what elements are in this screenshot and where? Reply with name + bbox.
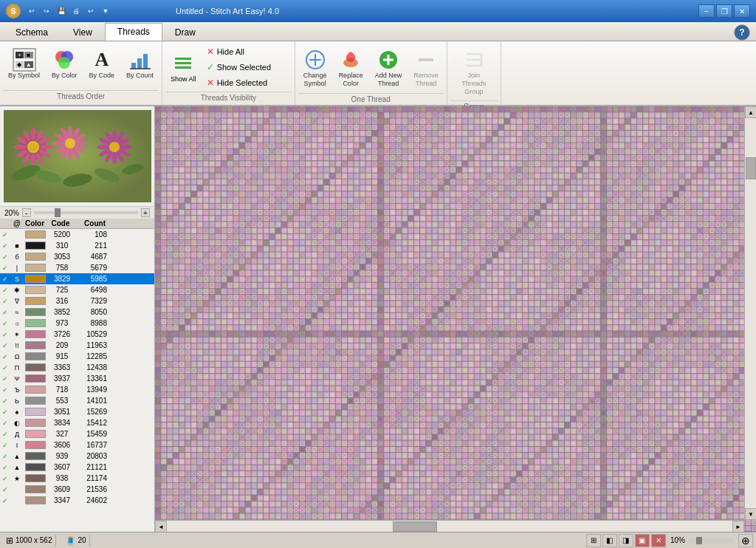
zoom-slider-thumb[interactable]	[55, 208, 61, 217]
hide-all-button[interactable]: ✕ Hide All	[203, 44, 292, 59]
scroll-up-button[interactable]: ▲	[745, 106, 756, 118]
thread-row[interactable]: ✓ ♠ 3051 15269	[0, 406, 154, 417]
zoom-slider[interactable]	[34, 211, 138, 214]
back-btn[interactable]: ↩	[84, 5, 97, 17]
dropdown-btn[interactable]: ▼	[99, 5, 112, 17]
scroll-track-horizontal[interactable]	[167, 521, 732, 532]
thread-count: 6498	[77, 286, 110, 294]
thread-color-swatch	[25, 430, 46, 438]
tab-view[interactable]: View	[61, 23, 105, 41]
view-btn-5[interactable]: ✕	[651, 534, 666, 547]
thread-row[interactable]: ✓ ≈ 3852 8050	[0, 306, 154, 318]
thread-count: 108	[77, 230, 110, 239]
scroll-track-vertical[interactable]	[745, 118, 756, 508]
thread-code: 3937	[47, 374, 77, 383]
scroll-down-button[interactable]: ▼	[745, 508, 756, 520]
thread-row[interactable]: ✓ 5200 108	[0, 229, 154, 240]
thread-color-swatch	[25, 485, 46, 493]
zoom-status-slider[interactable]	[690, 538, 734, 543]
scroll-left-button[interactable]: ◄	[155, 521, 167, 532]
thread-check: ✓	[0, 275, 10, 283]
undo-btn[interactable]: ↩	[25, 5, 38, 17]
show-all-button[interactable]: Show All	[165, 48, 202, 86]
tab-schema[interactable]: Schema	[3, 23, 61, 41]
by-count-label: By Count	[126, 72, 154, 80]
thread-row[interactable]: ✓ ☼ 973 8988	[0, 318, 154, 329]
thread-row[interactable]: ✓ Ω 915 12285	[0, 351, 154, 362]
thread-symbol: Ω	[10, 353, 24, 360]
thread-row[interactable]: ✓ ▲ 3607 21121	[0, 462, 154, 473]
close-button[interactable]: ✕	[734, 4, 750, 18]
thread-row[interactable]: ✓ ∇ 316 7329	[0, 295, 154, 306]
thread-row[interactable]: ✓ Д 327 15459	[0, 428, 154, 439]
thread-row[interactable]: ✓ 3347 24602	[0, 495, 154, 506]
bottom-scrollbar[interactable]: ◄ ►	[155, 520, 744, 532]
thread-code: 938	[47, 474, 77, 482]
by-symbol-label: By Symbol	[8, 72, 40, 80]
thread-code: 553	[47, 397, 77, 405]
by-code-button[interactable]: A By Code	[84, 44, 120, 83]
scroll-thumb-horizontal[interactable]	[393, 521, 437, 532]
thread-row[interactable]: ✓ !! 209 11963	[0, 340, 154, 351]
remove-thread-button[interactable]: Remove Thread	[408, 44, 444, 92]
right-scrollbar[interactable]: ▲ ▼	[744, 106, 756, 520]
threads-order-content: + ■ ◆ ▲ By Symbol By Color A	[3, 44, 159, 89]
thread-row[interactable]: ✓ Ь 553 14101	[0, 395, 154, 406]
zoom-plus-button[interactable]: +	[141, 208, 150, 217]
zoom-fit-button[interactable]: ⊕	[738, 534, 753, 547]
by-symbol-button[interactable]: + ■ ◆ ▲ By Symbol	[3, 44, 45, 83]
thread-check: ✓	[0, 397, 10, 405]
redo-btn[interactable]: ↪	[40, 5, 53, 17]
change-symbol-button[interactable]: Change Symbol	[298, 44, 332, 92]
thread-code: 3829	[47, 275, 77, 283]
add-new-thread-button[interactable]: Add New Thread	[370, 44, 408, 92]
thread-row[interactable]: ✓ I 3606 16737	[0, 439, 154, 451]
by-color-button[interactable]: By Color	[47, 44, 83, 83]
tab-threads[interactable]: Threads	[105, 23, 162, 41]
thread-row[interactable]: ✓ S 3829 5985	[0, 273, 154, 284]
replace-color-button[interactable]: Replace Color	[334, 44, 368, 92]
restore-button[interactable]: ❐	[716, 4, 732, 18]
save-btn[interactable]: 💾	[55, 5, 68, 17]
thread-row[interactable]: ✓ б 3053 4687	[0, 251, 154, 262]
thread-row[interactable]: ✓ 3609 21536	[0, 484, 154, 495]
thread-table-body[interactable]: ✓ 5200 108 ✓ ■ 310 211 ✓ б 3053 4687 ✓ |…	[0, 229, 154, 532]
zoom-minus-button[interactable]: -	[22, 208, 31, 217]
show-selected-button[interactable]: ✓ Show Selected	[203, 60, 292, 75]
cross-stitch-canvas[interactable]	[155, 106, 756, 532]
help-button[interactable]: ?	[734, 24, 750, 41]
thread-row[interactable]: ✓ ✶ 3726 10529	[0, 329, 154, 340]
thread-count: 13361	[77, 374, 110, 383]
hide-selected-button[interactable]: ✕ Hide Selected	[203, 75, 292, 90]
thread-row[interactable]: ✓ ■ 310 211	[0, 240, 154, 251]
thread-row[interactable]: ✓ ✱ 725 6498	[0, 284, 154, 295]
view-btn-1[interactable]: ⊞	[586, 534, 601, 547]
thread-color-swatch	[25, 386, 46, 394]
thread-check: ✓	[0, 287, 10, 294]
show-all-label: Show All	[171, 75, 196, 83]
join-threads-icon	[462, 48, 486, 72]
scroll-thumb-vertical[interactable]	[746, 157, 756, 179]
tab-draw[interactable]: Draw	[162, 23, 208, 41]
header-code: Code	[46, 219, 75, 227]
view-btn-4[interactable]: ▣	[635, 534, 650, 547]
thread-symbol: ■	[10, 242, 24, 250]
zoom-status-thumb[interactable]	[696, 537, 702, 544]
thread-row[interactable]: ✓ Ъ 718 13949	[0, 384, 154, 395]
thread-row[interactable]: ✓ Π 3363 12438	[0, 362, 154, 373]
svg-point-29	[41, 145, 52, 149]
thread-row[interactable]: ✓ | 758 5679	[0, 262, 154, 273]
svg-point-64	[109, 142, 120, 152]
thread-row[interactable]: ✓ ◐ 3834 15412	[0, 417, 154, 428]
view-btn-2[interactable]: ◧	[602, 534, 617, 547]
print-btn[interactable]: 🖨	[69, 5, 83, 17]
thread-row[interactable]: ✓ ★ 938 21174	[0, 473, 154, 484]
scroll-right-button[interactable]: ►	[732, 521, 744, 532]
by-count-button[interactable]: By Count	[121, 44, 159, 83]
join-threads-button[interactable]: Join Threads Group	[450, 44, 498, 99]
thread-color-swatch	[25, 419, 46, 427]
thread-row[interactable]: ✓ Ψ 3937 13361	[0, 373, 154, 384]
thread-row[interactable]: ✓ ▲ 939 20803	[0, 451, 154, 462]
minimize-button[interactable]: −	[698, 4, 715, 18]
view-btn-3[interactable]: ◨	[619, 534, 633, 547]
